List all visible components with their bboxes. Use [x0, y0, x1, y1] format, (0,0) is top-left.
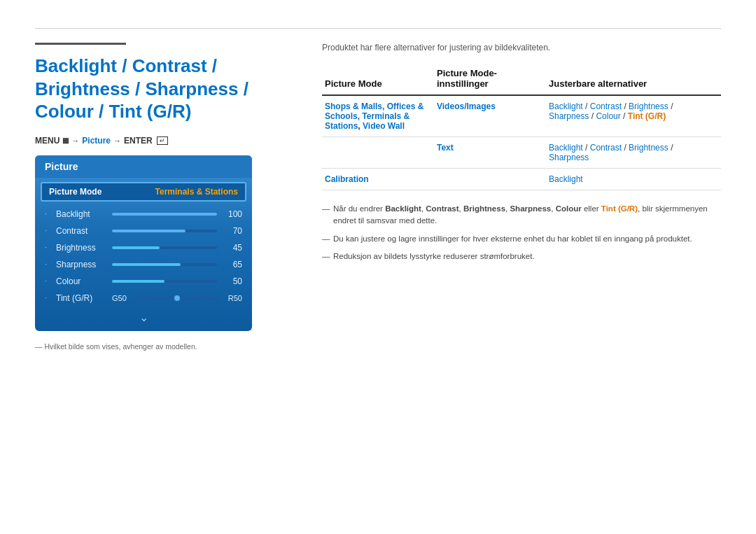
- right-column: Produktet har flere alternativer for jus…: [322, 43, 721, 506]
- slider-backlight[interactable]: · Backlight 100: [35, 206, 252, 223]
- slider-colour[interactable]: · Colour 50: [35, 273, 252, 290]
- main-content: Backlight / Contrast / Brightness / Shar…: [35, 43, 721, 506]
- table-cell-settings-2: Text: [434, 137, 546, 169]
- slider-label-contrast: Contrast: [56, 226, 106, 236]
- menu-icon: ▦: [62, 136, 69, 144]
- slider-track-sharpness[interactable]: [112, 263, 217, 266]
- slider-label-brightness: Brightness: [56, 243, 106, 253]
- slider-fill-backlight: [112, 213, 217, 216]
- table-row: Shops & Malls, Offices & Schools, Termin…: [322, 95, 721, 137]
- menu-keyword: MENU: [35, 136, 59, 146]
- enter-label: ENTER: [124, 136, 153, 146]
- col-header-mode: Picture Mode: [322, 64, 434, 95]
- slider-track-wrap-contrast: [112, 230, 217, 232]
- slider-track-wrap-sharpness: [112, 263, 217, 266]
- slider-sharpness[interactable]: · Sharpness 65: [35, 256, 252, 273]
- picture-mode-value: Terminals & Stations: [155, 187, 238, 197]
- slider-fill-sharpness: [112, 263, 181, 266]
- info-table: Picture Mode Picture Mode-innstillinger …: [322, 64, 721, 190]
- table-cell-adjustable-2: Backlight / Contrast / Brightness / Shar…: [546, 137, 721, 169]
- slider-track-wrap-colour: [112, 280, 217, 283]
- slider-fill-contrast: [112, 230, 186, 232]
- tint-right-val: R50: [223, 294, 242, 302]
- picture-box: Picture Picture Mode Terminals & Station…: [35, 155, 252, 331]
- slider-track-colour[interactable]: [112, 280, 217, 283]
- slider-value-backlight: 100: [223, 209, 242, 219]
- table-row: Text Backlight / Contrast / Brightness /…: [322, 137, 721, 169]
- right-description: Produktet har flere alternativer for jus…: [322, 43, 721, 52]
- col-header-settings: Picture Mode-innstillinger: [434, 64, 546, 95]
- tint-track[interactable]: [134, 297, 220, 300]
- col-header-adjustable: Justerbare alternativer: [546, 64, 721, 95]
- page-title: Backlight / Contrast / Brightness / Shar…: [35, 55, 294, 123]
- slider-dot: ·: [45, 210, 50, 218]
- slider-value-sharpness: 65: [223, 260, 242, 269]
- picture-mode-label: Picture Mode: [49, 187, 102, 197]
- slider-value-brightness: 45: [223, 243, 242, 253]
- slider-track-backlight[interactable]: [112, 213, 217, 216]
- table-header-row: Picture Mode Picture Mode-innstillinger …: [322, 64, 721, 95]
- slider-track-contrast[interactable]: [112, 230, 217, 232]
- top-rule: [35, 28, 721, 29]
- slider-dot: ·: [45, 244, 50, 251]
- slider-label-sharpness: Sharpness: [56, 260, 106, 269]
- table-cell-mode-3: Calibration: [322, 169, 434, 190]
- tint-track-wrap: G50 R50: [112, 294, 242, 302]
- notes-section: Når du endrer Backlight, Contrast, Brigh…: [322, 203, 721, 262]
- tint-left-val: G50: [112, 294, 132, 302]
- slider-brightness[interactable]: · Brightness 45: [35, 239, 252, 256]
- arrow1: →: [71, 136, 79, 145]
- slider-dot: ·: [45, 277, 50, 285]
- picture-header: Picture: [35, 155, 252, 178]
- slider-label-colour: Colour: [56, 276, 106, 286]
- left-column: Backlight / Contrast / Brightness / Shar…: [35, 43, 294, 506]
- note-item-3: Reduksjon av bildets lysstyrke reduserer…: [322, 251, 721, 262]
- footnote-image: — Hvilket bilde som vises, avhenger av m…: [35, 342, 294, 351]
- slider-label-backlight: Backlight: [56, 209, 106, 219]
- slider-dot: ·: [45, 227, 50, 234]
- chevron-down-icon[interactable]: ⌄: [35, 307, 252, 331]
- picture-mode-row[interactable]: Picture Mode Terminals & Stations: [41, 182, 246, 202]
- slider-contrast[interactable]: · Contrast 70: [35, 223, 252, 239]
- note-item-1: Når du endrer Backlight, Contrast, Brigh…: [322, 203, 721, 227]
- slider-track-brightness[interactable]: [112, 246, 217, 249]
- page-container: Backlight / Contrast / Brightness / Shar…: [0, 0, 756, 534]
- table-cell-mode-1: Shops & Malls, Offices & Schools, Termin…: [322, 95, 434, 137]
- slider-value-colour: 50: [223, 276, 242, 286]
- tint-thumb: [174, 295, 180, 301]
- note-item-2: Du kan justere og lagre innstillinger fo…: [322, 233, 721, 245]
- menu-path: MENU ▦ → Picture → ENTER ↵: [35, 136, 294, 146]
- slider-track-wrap-brightness: [112, 246, 217, 249]
- arrow2: →: [113, 136, 121, 145]
- slider-tint[interactable]: · Tint (G/R) G50 R50: [35, 290, 252, 307]
- table-cell-adjustable-1: Backlight / Contrast / Brightness / Shar…: [546, 95, 721, 137]
- enter-icon: ↵: [157, 136, 168, 145]
- table-cell-settings-3: [434, 169, 546, 190]
- slider-track-wrap-backlight: [112, 213, 217, 216]
- slider-value-contrast: 70: [223, 226, 242, 236]
- slider-dot: ·: [45, 260, 50, 268]
- tint-dot: ·: [45, 294, 50, 302]
- table-row: Calibration Backlight: [322, 169, 721, 190]
- slider-fill-colour: [112, 280, 164, 283]
- tint-label: Tint (G/R): [56, 293, 106, 303]
- table-cell-adjustable-3: Backlight: [546, 169, 721, 190]
- picture-link[interactable]: Picture: [82, 136, 111, 146]
- slider-fill-brightness: [112, 246, 160, 249]
- table-cell-mode-2: [322, 137, 434, 169]
- table-cell-settings-1: Videos/Images: [434, 95, 546, 137]
- title-accent: [35, 43, 126, 45]
